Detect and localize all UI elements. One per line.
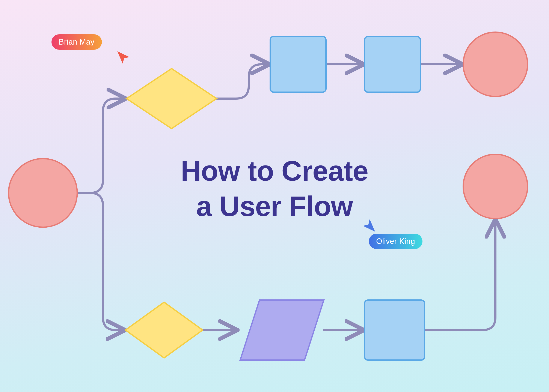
cursor-icon-brian	[116, 50, 131, 65]
user-label-brian-text: Brian May	[59, 37, 95, 47]
title-line-2: a User Flow	[196, 190, 353, 222]
end-circle-top[interactable]	[463, 32, 528, 97]
decision-diamond-bottom[interactable]	[125, 302, 203, 358]
process-square-top-2[interactable]	[364, 36, 420, 92]
user-label-oliver-text: Oliver King	[376, 237, 415, 246]
edge-square-bottom-to-end-mid	[425, 221, 495, 330]
process-square-bottom[interactable]	[364, 300, 425, 360]
io-parallelogram-bottom[interactable]	[240, 300, 324, 360]
user-label-brian[interactable]: Brian May	[51, 34, 102, 50]
start-circle[interactable]	[9, 159, 77, 227]
diagram-title: How to Create a User Flow	[181, 153, 368, 224]
edge-decision-top-to-square1	[217, 64, 268, 98]
user-label-oliver[interactable]: Oliver King	[369, 234, 422, 249]
process-square-top-1[interactable]	[270, 36, 326, 92]
diagram-canvas[interactable]: How to Create a User Flow Brian May Oliv…	[0, 0, 549, 392]
cursor-icon-oliver	[362, 218, 377, 233]
edge-start-to-decision-top	[77, 98, 124, 193]
end-circle-mid[interactable]	[463, 154, 528, 219]
title-line-1: How to Create	[181, 155, 368, 187]
edge-start-to-decision-bottom	[77, 193, 123, 330]
decision-diamond-top[interactable]	[127, 69, 217, 129]
